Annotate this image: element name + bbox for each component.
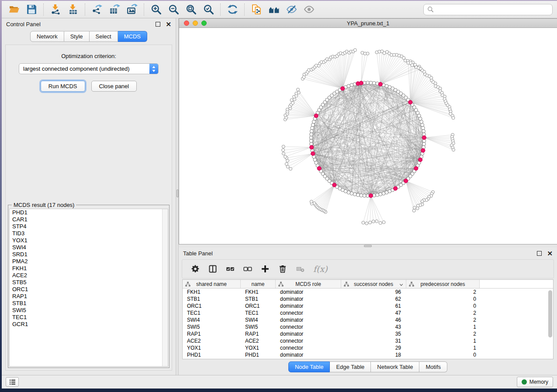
table-cell: ORC1	[241, 303, 276, 309]
import-table-button[interactable]	[65, 3, 81, 16]
zoom-selected-button[interactable]	[201, 3, 216, 16]
network-graph[interactable]	[179, 28, 557, 244]
mcds-result-item[interactable]: FKH1	[10, 265, 168, 272]
table-row[interactable]: ACE2ACE2connector311	[183, 337, 553, 344]
apply-layout-button[interactable]	[225, 3, 240, 16]
close-panel-button[interactable]: Close panel	[91, 81, 137, 92]
table-row[interactable]: YOX1YOX1connector291	[183, 344, 553, 351]
table-row[interactable]: SWI4SWI4dominator462	[183, 316, 553, 323]
tab-select[interactable]: Select	[90, 31, 118, 42]
column-header-shared-name[interactable]: shared name	[183, 280, 241, 288]
mcds-list-scrollbar[interactable]	[162, 209, 168, 366]
tree-icon	[344, 282, 349, 287]
column-selector-button[interactable]	[208, 265, 217, 273]
vertical-splitter-handle[interactable]	[176, 189, 179, 197]
show-all-button[interactable]	[301, 3, 317, 16]
table-cell: dominator	[276, 303, 341, 309]
table-cell: TEC1	[183, 309, 241, 316]
mcds-result-item[interactable]: STP4	[10, 223, 168, 230]
tab-style[interactable]: Style	[64, 31, 90, 42]
export-table-button[interactable]	[107, 3, 122, 16]
tab-motifs[interactable]: Motifs	[419, 361, 447, 372]
import-network-button[interactable]	[48, 3, 63, 16]
zoom-fit-button[interactable]	[183, 3, 199, 16]
control-panel-float-button[interactable]	[156, 22, 160, 27]
mcds-result-item[interactable]: ACE2	[10, 272, 168, 279]
memory-status-icon	[522, 379, 527, 385]
table-cell: 1	[406, 344, 480, 351]
tab-network[interactable]: Network	[30, 31, 64, 42]
mcds-result-item[interactable]: PHD1	[10, 209, 168, 216]
table-row[interactable]: ORC1ORC1dominator610	[183, 303, 553, 309]
horizontal-splitter[interactable]	[179, 244, 557, 248]
table-row[interactable]: PHD1PHD1dominator180	[183, 351, 553, 358]
mcds-result-item[interactable]: GCR1	[10, 321, 168, 328]
mcds-result-item[interactable]: SWI4	[10, 244, 168, 251]
mcds-result-item[interactable]: YOX1	[10, 237, 168, 244]
open-file-button[interactable]	[6, 3, 22, 16]
save-session-button[interactable]	[24, 3, 39, 16]
mcds-result-item[interactable]: ORC1	[10, 286, 168, 293]
tab-node-table[interactable]: Node Table	[288, 361, 330, 372]
table-row[interactable]: FKH1FKH1dominator962	[183, 289, 553, 296]
node-table: shared namenameMCDS rolesuccessor nodesp…	[182, 279, 554, 359]
horizontal-splitter-handle[interactable]	[364, 245, 372, 247]
network-canvas[interactable]	[179, 28, 557, 244]
optimization-criterion-select[interactable]: largest connected component (undirected)	[19, 63, 159, 74]
hide-selected-button[interactable]	[284, 3, 299, 16]
export-image-button[interactable]	[124, 3, 140, 16]
table-row[interactable]: STB1STB1dominator620	[183, 296, 553, 303]
cytoscape-window: Control Panel ✕ NetworkStyleSelectMCDS O…	[2, 1, 557, 389]
control-panel-close-button[interactable]: ✕	[166, 21, 171, 28]
mcds-result-item[interactable]: SRD1	[10, 251, 168, 258]
mcds-result-item[interactable]: TEC1	[10, 314, 168, 321]
export-network-button[interactable]	[89, 3, 105, 16]
optimization-criterion-label: Optimization criterion:	[6, 53, 172, 59]
column-header-name[interactable]: name	[241, 280, 276, 288]
memory-button[interactable]: Memory	[517, 377, 553, 387]
table-row[interactable]: RAP1RAP1dominator352	[183, 330, 553, 337]
table-cell: connector	[276, 337, 341, 344]
table-panel-float-button[interactable]	[537, 251, 542, 256]
table-options-icon	[191, 265, 200, 273]
deselect-all-rows-button[interactable]	[243, 265, 252, 273]
table-panel-close-button[interactable]: ✕	[547, 250, 553, 257]
open-file-icon	[9, 4, 20, 15]
column-header-MCDS-role[interactable]: MCDS role	[276, 280, 341, 288]
table-cell: TEC1	[241, 309, 276, 316]
run-mcds-button[interactable]: Run MCDS	[41, 81, 85, 92]
mcds-result-item[interactable]: TID3	[10, 230, 168, 237]
select-all-rows-button[interactable]	[226, 265, 235, 273]
mcds-result-item[interactable]: PMA2	[10, 258, 168, 265]
show-all-icon	[304, 4, 315, 15]
zoom-in-button[interactable]	[148, 3, 164, 16]
mcds-result-item[interactable]: RAP1	[10, 293, 168, 300]
delete-columns-button[interactable]	[278, 265, 287, 273]
table-cell: 1	[406, 337, 480, 344]
first-neighbors-button[interactable]	[266, 3, 282, 16]
chevron-down-icon	[399, 282, 403, 286]
tab-mcds[interactable]: MCDS	[118, 31, 147, 42]
table-row[interactable]: SWI5SWI5connector431	[183, 323, 553, 330]
task-history-button[interactable]	[6, 377, 19, 387]
mcds-result-item[interactable]: STB5	[10, 279, 168, 286]
create-column-button[interactable]	[261, 265, 270, 273]
table-cell: 47	[341, 309, 406, 316]
column-header-predecessor-nodes[interactable]: predecessor nodes	[406, 280, 480, 288]
table-options-button[interactable]	[191, 265, 200, 273]
zoom-out-button[interactable]	[166, 3, 181, 16]
mcds-result-item[interactable]: STB1	[10, 300, 168, 307]
search-input[interactable]	[436, 6, 549, 13]
toolbar-separator	[220, 3, 221, 16]
mcds-result-item[interactable]: CAR1	[10, 216, 168, 223]
table-scrollbar[interactable]	[548, 290, 552, 337]
column-header-successor-nodes[interactable]: successor nodes	[341, 280, 406, 288]
vertical-splitter[interactable]	[176, 18, 179, 375]
mcds-result-item[interactable]: SWI5	[10, 307, 168, 314]
delete-columns-icon	[278, 265, 287, 273]
tab-edge-table[interactable]: Edge Table	[330, 361, 371, 372]
network-from-selection-button[interactable]	[249, 3, 264, 16]
table-row[interactable]: TEC1TEC1connector472	[183, 309, 553, 316]
tab-network-table[interactable]: Network Table	[371, 361, 419, 372]
table-cell: FKH1	[183, 289, 241, 296]
